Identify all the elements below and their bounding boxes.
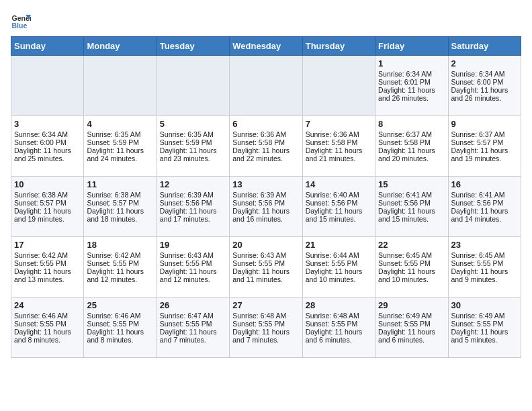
day-info: Daylight: 11 hours (160, 207, 226, 215)
day-info: Daylight: 11 hours (378, 267, 445, 275)
day-info: and 10 minutes. (306, 275, 372, 283)
day-info: Sunset: 5:55 PM (232, 320, 299, 328)
logo: General Blue (11, 11, 31, 31)
day-info: Sunrise: 6:37 AM (451, 130, 518, 138)
calendar-cell: 9Sunrise: 6:37 AMSunset: 5:57 PMDaylight… (448, 116, 521, 177)
calendar-cell: 27Sunrise: 6:48 AMSunset: 5:55 PMDayligh… (230, 298, 302, 358)
calendar-cell: 8Sunrise: 6:37 AMSunset: 5:58 PMDaylight… (375, 116, 448, 177)
day-info: Sunrise: 6:44 AM (306, 251, 372, 259)
day-info: Daylight: 11 hours (378, 146, 445, 154)
day-info: and 15 minutes. (378, 215, 445, 223)
day-info: Daylight: 11 hours (232, 207, 299, 215)
calendar-cell: 20Sunrise: 6:43 AMSunset: 5:55 PMDayligh… (230, 237, 302, 298)
day-info: and 6 minutes. (306, 336, 372, 344)
day-info: Sunrise: 6:40 AM (306, 191, 372, 199)
day-info: Sunset: 6:01 PM (378, 78, 445, 86)
day-info: Daylight: 11 hours (451, 146, 518, 154)
calendar-table: SundayMondayTuesdayWednesdayThursdayFrid… (11, 36, 521, 358)
day-info: Daylight: 11 hours (160, 328, 226, 336)
day-info: and 26 minutes. (451, 94, 518, 102)
day-info: Daylight: 11 hours (14, 267, 81, 275)
day-number: 5 (160, 119, 226, 129)
day-info: and 7 minutes. (160, 336, 226, 344)
calendar-cell: 14Sunrise: 6:40 AMSunset: 5:56 PMDayligh… (302, 177, 375, 237)
calendar-cell: 7Sunrise: 6:36 AMSunset: 5:58 PMDaylight… (302, 116, 375, 177)
calendar-cell: 23Sunrise: 6:45 AMSunset: 5:55 PMDayligh… (448, 237, 521, 298)
day-info: Daylight: 11 hours (87, 146, 153, 154)
day-info: and 5 minutes. (451, 336, 518, 344)
day-info: Sunset: 5:58 PM (306, 138, 372, 146)
logo-icon: General Blue (11, 11, 31, 31)
day-info: Sunset: 5:55 PM (232, 259, 299, 267)
day-info: Daylight: 11 hours (14, 146, 81, 154)
day-info: and 10 minutes. (378, 275, 445, 283)
day-info: Sunrise: 6:42 AM (87, 251, 153, 259)
day-info: and 25 minutes. (14, 154, 81, 163)
day-number: 19 (160, 240, 226, 250)
day-info: Sunset: 5:55 PM (306, 259, 372, 267)
day-number: 18 (87, 240, 153, 250)
calendar-cell: 11Sunrise: 6:38 AMSunset: 5:57 PMDayligh… (84, 177, 157, 237)
day-info: Daylight: 11 hours (87, 267, 153, 275)
day-info: Sunset: 5:55 PM (160, 259, 226, 267)
day-info: Sunset: 5:59 PM (87, 138, 153, 146)
day-info: Sunrise: 6:41 AM (378, 191, 445, 199)
day-number: 17 (14, 240, 81, 250)
day-info: Sunset: 5:55 PM (378, 259, 445, 267)
calendar-cell: 3Sunrise: 6:34 AMSunset: 6:00 PMDaylight… (11, 116, 84, 177)
svg-text:Blue: Blue (12, 21, 28, 30)
day-info: and 12 minutes. (87, 275, 153, 283)
day-info: Sunrise: 6:36 AM (232, 130, 299, 138)
day-number: 26 (160, 300, 226, 310)
day-info: Sunset: 5:56 PM (306, 199, 372, 207)
col-header-tuesday: Tuesday (157, 37, 229, 56)
day-info: Sunrise: 6:45 AM (451, 251, 518, 259)
calendar-cell (11, 56, 84, 116)
day-info: and 26 minutes. (378, 94, 445, 102)
day-info: and 9 minutes. (451, 275, 518, 283)
day-number: 13 (232, 179, 299, 189)
day-info: Daylight: 11 hours (306, 328, 372, 336)
day-number: 11 (87, 179, 153, 189)
day-info: and 14 minutes. (451, 215, 518, 223)
day-info: Daylight: 11 hours (14, 207, 81, 215)
calendar-cell: 25Sunrise: 6:46 AMSunset: 5:55 PMDayligh… (84, 298, 157, 358)
day-info: Sunset: 5:55 PM (306, 320, 372, 328)
calendar-cell: 29Sunrise: 6:49 AMSunset: 5:55 PMDayligh… (375, 298, 448, 358)
day-info: Daylight: 11 hours (451, 207, 518, 215)
calendar-cell: 17Sunrise: 6:42 AMSunset: 5:55 PMDayligh… (11, 237, 84, 298)
day-info: Sunrise: 6:45 AM (378, 251, 445, 259)
day-number: 10 (14, 179, 81, 189)
day-info: Sunset: 5:56 PM (378, 199, 445, 207)
calendar-cell: 13Sunrise: 6:39 AMSunset: 5:56 PMDayligh… (230, 177, 302, 237)
page-header: General Blue (11, 11, 521, 31)
day-info: Sunset: 5:56 PM (232, 199, 299, 207)
calendar-cell (302, 56, 375, 116)
day-info: Sunrise: 6:38 AM (14, 191, 81, 199)
day-info: Sunset: 5:55 PM (451, 320, 518, 328)
day-info: Sunrise: 6:47 AM (160, 312, 226, 320)
day-info: and 6 minutes. (378, 336, 445, 344)
day-number: 14 (306, 179, 372, 189)
day-info: and 7 minutes. (232, 336, 299, 344)
calendar-cell: 15Sunrise: 6:41 AMSunset: 5:56 PMDayligh… (375, 177, 448, 237)
day-info: and 23 minutes. (160, 154, 226, 163)
day-number: 30 (451, 300, 518, 310)
day-number: 2 (451, 58, 518, 68)
day-info: Sunrise: 6:43 AM (232, 251, 299, 259)
day-info: Daylight: 11 hours (378, 328, 445, 336)
day-number: 21 (306, 240, 372, 250)
day-info: and 19 minutes. (14, 215, 81, 223)
col-header-thursday: Thursday (302, 37, 375, 56)
col-header-monday: Monday (84, 37, 157, 56)
day-info: Daylight: 11 hours (87, 328, 153, 336)
day-info: Daylight: 11 hours (306, 146, 372, 154)
day-info: Daylight: 11 hours (378, 207, 445, 215)
day-info: Daylight: 11 hours (451, 267, 518, 275)
day-info: and 8 minutes. (87, 336, 153, 344)
day-info: Sunset: 5:55 PM (14, 259, 81, 267)
calendar-cell (230, 56, 302, 116)
day-info: Sunset: 5:55 PM (160, 320, 226, 328)
day-info: Sunrise: 6:34 AM (451, 70, 518, 78)
day-info: Sunset: 5:56 PM (160, 199, 226, 207)
